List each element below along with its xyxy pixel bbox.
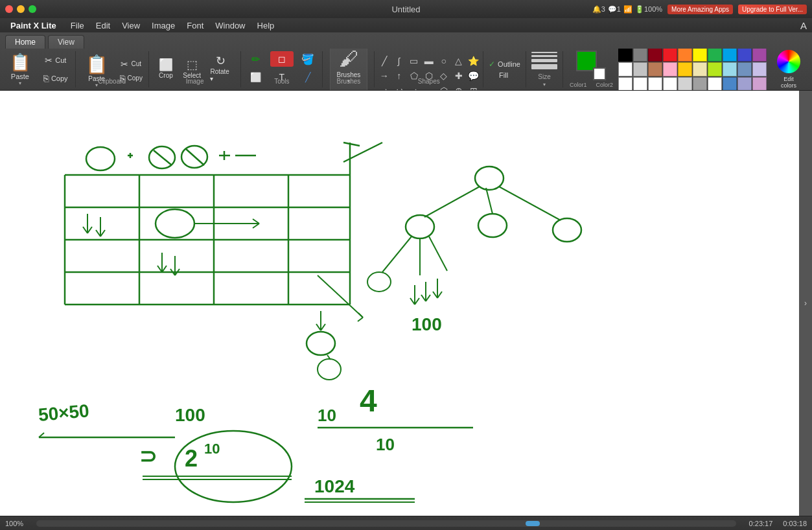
close-button[interactable] bbox=[5, 5, 13, 13]
paste-button[interactable]: 📋 Paste ▾ bbox=[3, 50, 37, 89]
color-orange[interactable] bbox=[678, 49, 692, 62]
upgrade-button[interactable]: Upgrade to Full Ver... bbox=[738, 5, 807, 14]
svg-text:1024: 1024 bbox=[314, 476, 355, 496]
color-r3-1[interactable] bbox=[618, 77, 632, 90]
rotate-label: Rotate ▾ bbox=[210, 68, 231, 82]
color-brown[interactable] bbox=[648, 62, 662, 76]
titlebar-right: 🔔3 💬1 📶 🔋100% More Amazing Apps Upgrade … bbox=[592, 5, 807, 14]
shape-curved-arrow[interactable]: ↩ bbox=[392, 84, 406, 90]
shape-circle[interactable]: ○ bbox=[437, 54, 451, 68]
menu-view[interactable]: View bbox=[117, 19, 145, 32]
shape-arrow-right[interactable]: → bbox=[377, 69, 391, 83]
system-icons: 🔔3 💬1 📶 🔋100% bbox=[592, 5, 662, 14]
tab-home[interactable]: Home bbox=[5, 35, 45, 49]
edit-colors-button[interactable]: Edit colors bbox=[772, 49, 806, 90]
shape-cross[interactable]: ✚ bbox=[452, 69, 466, 83]
color-gold[interactable] bbox=[678, 62, 692, 76]
fill-bucket-button[interactable]: 🪣 bbox=[296, 51, 319, 67]
titlebar: Untitled 🔔3 💬1 📶 🔋100% More Amazing Apps… bbox=[0, 0, 812, 18]
tab-view[interactable]: View bbox=[48, 35, 84, 49]
shape-line[interactable]: ╱ bbox=[377, 54, 391, 68]
color1-label: Color1 bbox=[570, 82, 587, 88]
svg-line-31 bbox=[253, 219, 259, 224]
color-white[interactable] bbox=[618, 62, 632, 76]
outline-toggle[interactable]: ✓ Outline bbox=[489, 60, 520, 69]
shape-5[interactable]: ⊕ bbox=[452, 84, 466, 90]
size-line-4 bbox=[531, 64, 557, 69]
scrollbar-right[interactable]: › bbox=[799, 91, 812, 516]
crop-button[interactable]: ⬜ Crop bbox=[154, 55, 178, 82]
color-r3-6[interactable] bbox=[693, 77, 707, 90]
shape-arrow-up[interactable]: ↑ bbox=[392, 69, 406, 83]
color-r3-4[interactable] bbox=[663, 77, 677, 90]
maximize-button[interactable] bbox=[29, 5, 36, 13]
pen-button[interactable]: ✏ bbox=[244, 51, 268, 67]
cut-button[interactable]: ✂ Cut bbox=[40, 52, 72, 68]
color-r3-10[interactable] bbox=[752, 77, 767, 90]
color-darkred[interactable] bbox=[648, 49, 662, 62]
svg-line-54 bbox=[410, 298, 415, 305]
scrollbar-bottom[interactable] bbox=[36, 520, 736, 527]
menu-image[interactable]: Image bbox=[146, 19, 180, 32]
size-section[interactable]: Size ▾ bbox=[526, 51, 563, 87]
minimize-button[interactable] bbox=[17, 5, 25, 13]
eyedropper-button[interactable]: ╱ bbox=[296, 69, 319, 85]
select-rect-icon: ⬜ bbox=[250, 72, 261, 82]
color-lime[interactable] bbox=[708, 62, 722, 76]
pen-icon: ✏ bbox=[251, 53, 260, 65]
svg-point-10 bbox=[86, 147, 115, 170]
menu-app-name[interactable]: Paint X Lite bbox=[5, 19, 62, 32]
menu-edit[interactable]: Edit bbox=[91, 19, 115, 32]
color-cream[interactable] bbox=[693, 62, 707, 76]
color2-box[interactable] bbox=[593, 67, 606, 80]
color-lightblue[interactable] bbox=[723, 62, 737, 76]
shape-triangle[interactable]: △ bbox=[452, 54, 466, 68]
color-r3-3[interactable] bbox=[648, 77, 662, 90]
color-r3-7[interactable] bbox=[708, 77, 722, 90]
color-black[interactable] bbox=[618, 49, 632, 62]
select-rect-button[interactable]: ⬜ bbox=[244, 69, 268, 85]
size-line-3 bbox=[531, 59, 557, 62]
menu-file[interactable]: File bbox=[65, 19, 89, 32]
main-area: 100 50×50 100 ⊃ 2 10 10 bbox=[0, 91, 812, 530]
color-pink[interactable] bbox=[663, 62, 677, 76]
drawing-canvas[interactable]: 100 50×50 100 ⊃ 2 10 10 bbox=[0, 91, 799, 516]
color-r3-5[interactable] bbox=[678, 77, 692, 90]
shape-curve[interactable]: ∫ bbox=[392, 54, 406, 68]
more-apps-button[interactable]: More Amazing Apps bbox=[667, 5, 733, 14]
shape-star[interactable]: ⭐ bbox=[467, 54, 481, 68]
color-cyan[interactable] bbox=[723, 49, 737, 62]
shape-rect[interactable]: ▭ bbox=[407, 54, 421, 68]
color-r3-2[interactable] bbox=[633, 77, 647, 90]
color-red[interactable] bbox=[663, 49, 677, 62]
color-steelblue[interactable] bbox=[737, 62, 752, 76]
canvas-container: 100 50×50 100 ⊃ 2 10 10 bbox=[0, 91, 812, 516]
shape-callout[interactable]: 💬 bbox=[467, 69, 481, 83]
select-icon: ⬚ bbox=[187, 58, 198, 72]
menu-font[interactable]: Font bbox=[181, 19, 209, 32]
menu-window[interactable]: Window bbox=[210, 19, 250, 32]
shape-arrow-r2[interactable]: ➡ bbox=[377, 84, 391, 90]
fill-toggle[interactable]: Fill bbox=[489, 71, 520, 79]
color-lavender[interactable] bbox=[752, 62, 767, 76]
shape-filled-rect[interactable]: ▬ bbox=[422, 54, 436, 68]
menu-help[interactable]: Help bbox=[252, 19, 280, 32]
color-green[interactable] bbox=[708, 49, 722, 62]
color-r3-9[interactable] bbox=[737, 77, 752, 90]
rotate-button[interactable]: ↻ Rotate ▾ bbox=[206, 51, 235, 85]
color-r3-8[interactable] bbox=[723, 77, 737, 90]
battery-icon: 🔋100% bbox=[635, 5, 662, 14]
eraser-button[interactable]: ◻ bbox=[270, 51, 294, 67]
copy-button[interactable]: ⎘ Copy bbox=[40, 71, 72, 86]
tools-section-label: Tools bbox=[274, 78, 289, 85]
color-yellow[interactable] bbox=[693, 49, 707, 62]
font-icon: A bbox=[800, 20, 807, 31]
color-lightgray[interactable] bbox=[633, 62, 647, 76]
size-line-1 bbox=[531, 52, 557, 53]
color-purple[interactable] bbox=[752, 49, 767, 62]
shape-6[interactable]: ⊞ bbox=[467, 84, 481, 90]
toolbar-content: 📋 Paste ▾ ✂ Cut ⎘ Copy Clipboard bbox=[0, 49, 812, 90]
color-gray[interactable] bbox=[633, 49, 647, 62]
color-blue[interactable] bbox=[737, 49, 752, 62]
cut-main-button[interactable]: ✂ Cut bbox=[117, 58, 145, 71]
